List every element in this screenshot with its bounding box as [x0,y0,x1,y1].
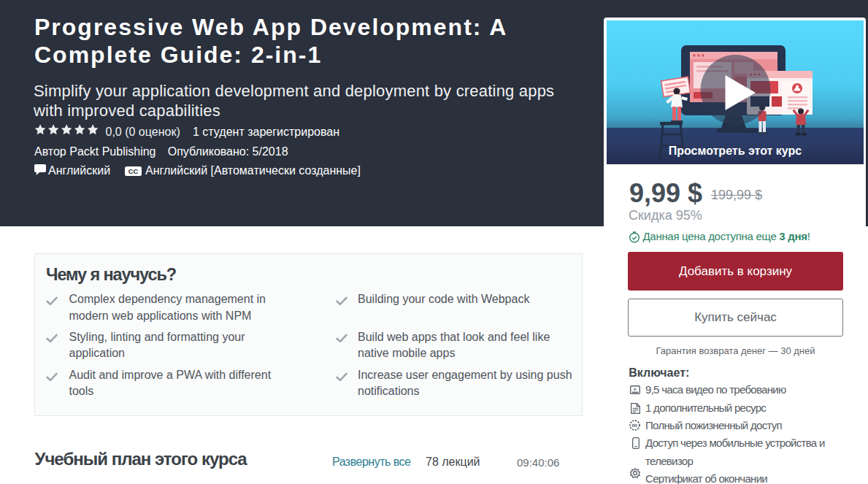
svg-text:Просмотреть этот курс: Просмотреть этот курс [669,145,802,157]
svg-text:∞: ∞ [632,420,638,429]
svg-text:CC: CC [128,167,139,175]
